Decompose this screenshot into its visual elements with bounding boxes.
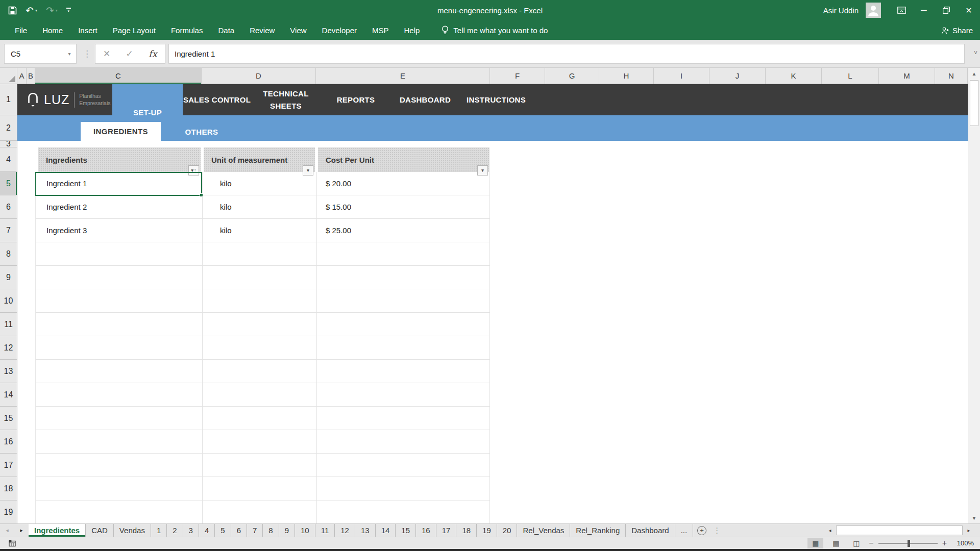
row-header-2[interactable]: 2	[0, 115, 17, 141]
row-header-14[interactable]: 14	[0, 383, 17, 407]
column-header-C[interactable]: C	[35, 68, 202, 84]
row-header-5[interactable]: 5	[0, 172, 17, 195]
signed-in-user[interactable]: Asir Uddin	[823, 6, 859, 15]
zoom-level[interactable]: 100%	[951, 539, 974, 547]
column-header-N[interactable]: N	[935, 68, 968, 84]
sheet-tab-5[interactable]: 5	[215, 524, 231, 537]
close-button[interactable]: ✕	[958, 0, 980, 20]
user-avatar[interactable]	[866, 3, 881, 18]
zoom-out-button[interactable]: −	[869, 539, 873, 548]
sheet-tab-10[interactable]: 10	[295, 524, 315, 537]
sheet-tab-11[interactable]: 11	[315, 524, 335, 537]
minimize-button[interactable]: ─	[913, 0, 935, 20]
menu-item-dashboard[interactable]: DASHBOARD	[391, 84, 459, 115]
row-header-6[interactable]: 6	[0, 195, 17, 219]
table-cell[interactable]: kilo	[220, 195, 232, 218]
name-box-dropdown-icon[interactable]: ▾	[63, 51, 76, 57]
sheet-tab-7[interactable]: 7	[247, 524, 263, 537]
table-cell[interactable]: Ingredient 2	[46, 195, 87, 218]
ribbon-tab-formulas[interactable]: Formulas	[163, 20, 211, 40]
new-sheet-button[interactable]: +	[693, 524, 710, 537]
column-header-D[interactable]: D	[202, 68, 316, 84]
ribbon-tab-msp[interactable]: MSP	[364, 20, 397, 40]
zoom-slider-thumb[interactable]	[908, 540, 910, 547]
subtab-ingredients[interactable]: INGREDIENTS	[81, 122, 161, 141]
column-header-B[interactable]: B	[27, 68, 35, 84]
enter-icon[interactable]: ✓	[126, 48, 133, 59]
row-header-3[interactable]: 3	[0, 141, 17, 147]
sheet-nav-next-icon[interactable]: ▸	[14, 524, 29, 537]
menu-item-technical-sheets[interactable]: TECHNICAL SHEETS	[251, 84, 321, 115]
column-header-G[interactable]: G	[545, 68, 599, 84]
sheet-tabs-more[interactable]: ...	[675, 524, 694, 537]
sheet-tab-8[interactable]: 8	[263, 524, 279, 537]
column-header-F[interactable]: F	[490, 68, 545, 84]
sheet-tab-1[interactable]: 1	[151, 524, 167, 537]
sheet-tab-2[interactable]: 2	[167, 524, 183, 537]
table-cell[interactable]: kilo	[220, 172, 232, 195]
row-header-12[interactable]: 12	[0, 336, 17, 360]
ribbon-tab-insert[interactable]: Insert	[70, 20, 105, 40]
sheet-tab-3[interactable]: 3	[183, 524, 199, 537]
sheet-tab-9[interactable]: 9	[279, 524, 295, 537]
fill-handle[interactable]	[200, 193, 203, 197]
column-header-E[interactable]: E	[316, 68, 490, 84]
table-cell[interactable]: $ 15.00	[326, 195, 351, 218]
scroll-left-icon[interactable]: ◂	[824, 525, 836, 536]
ribbon-tab-file[interactable]: File	[7, 20, 35, 40]
column-header-A[interactable]: A	[17, 68, 27, 84]
row-header-13[interactable]: 13	[0, 360, 17, 383]
scroll-up-icon[interactable]: ▲	[968, 68, 980, 79]
subtab-others[interactable]: OTHERS	[161, 122, 242, 141]
name-box[interactable]: C5 ▾	[4, 44, 77, 64]
sheet-tab-rel_ranking[interactable]: Rel_Ranking	[570, 524, 626, 537]
share-button[interactable]: Share	[941, 26, 973, 35]
row-header-8[interactable]: 8	[0, 242, 17, 266]
row-header-16[interactable]: 16	[0, 430, 17, 454]
sheet-tab-13[interactable]: 13	[355, 524, 376, 537]
table-cell[interactable]: Ingredient 3	[46, 219, 87, 242]
scroll-right-icon[interactable]: ▸	[963, 525, 975, 536]
row-header-4[interactable]: 4	[0, 147, 17, 172]
row-header-7[interactable]: 7	[0, 219, 17, 242]
column-header-I[interactable]: I	[654, 68, 709, 84]
view-page-layout-button[interactable]: ▤	[828, 538, 844, 548]
row-header-10[interactable]: 10	[0, 289, 17, 313]
sheet-tab-17[interactable]: 17	[436, 524, 457, 537]
select-all-corner[interactable]	[0, 68, 17, 84]
sheet-tab-dashboard[interactable]: Dashboard	[626, 524, 675, 537]
ribbon-display-options-button[interactable]	[890, 0, 913, 20]
menu-item-instructions[interactable]: INSTRUCTIONS	[459, 84, 533, 115]
undo-button[interactable]: ↶▾	[26, 6, 37, 15]
ribbon-tab-page-layout[interactable]: Page Layout	[105, 20, 163, 40]
macro-record-button[interactable]	[8, 539, 16, 547]
sheet-tab-12[interactable]: 12	[335, 524, 355, 537]
row-header-1[interactable]: 1	[0, 84, 17, 115]
zoom-in-button[interactable]: +	[942, 539, 947, 548]
view-page-break-button[interactable]: ◫	[848, 538, 864, 548]
save-button[interactable]	[8, 6, 17, 15]
sheet-tab-16[interactable]: 16	[416, 524, 436, 537]
sheet-tab-ingredientes[interactable]: Ingredientes	[29, 524, 86, 537]
ribbon-tab-help[interactable]: Help	[396, 20, 427, 40]
column-header-L[interactable]: L	[822, 68, 879, 84]
formula-input[interactable]: Ingredient 1	[168, 44, 965, 64]
row-header-17[interactable]: 17	[0, 454, 17, 477]
sheet-tab-19[interactable]: 19	[477, 524, 497, 537]
view-normal-button[interactable]: ▦	[807, 538, 823, 548]
sheet-tab-cad[interactable]: CAD	[86, 524, 114, 537]
row-header-9[interactable]: 9	[0, 266, 17, 289]
vertical-scrollbar-thumb[interactable]	[970, 80, 978, 126]
sheet-tab-20[interactable]: 20	[497, 524, 518, 537]
column-header-J[interactable]: J	[709, 68, 766, 84]
insert-function-icon[interactable]: fx	[149, 48, 157, 59]
sheet-tab-18[interactable]: 18	[456, 524, 477, 537]
tell-me-box[interactable]: Tell me what you want to do	[442, 26, 548, 35]
sheet-tab-6[interactable]: 6	[231, 524, 247, 537]
row-header-11[interactable]: 11	[0, 313, 17, 336]
redo-button[interactable]: ↷▾	[46, 6, 58, 15]
vertical-scrollbar[interactable]: ▲ ▼	[968, 68, 980, 523]
ribbon-tab-developer[interactable]: Developer	[314, 20, 364, 40]
column-header-H[interactable]: H	[599, 68, 654, 84]
row-header-19[interactable]: 19	[0, 500, 17, 523]
